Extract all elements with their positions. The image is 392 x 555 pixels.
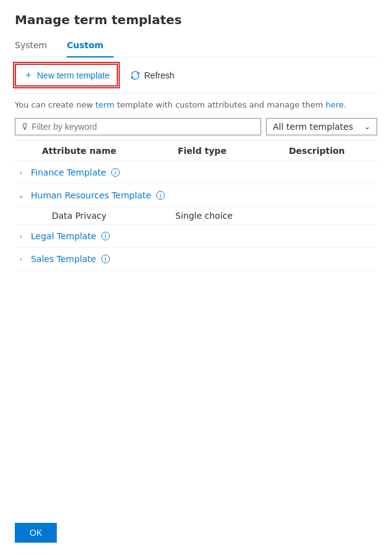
- refresh-button[interactable]: Refresh: [123, 67, 181, 84]
- column-header-description: Description: [286, 146, 377, 156]
- table-row: › Sales Template i: [15, 248, 377, 271]
- hr-template-link[interactable]: Human Resources Template: [31, 190, 151, 200]
- info-icon-finance[interactable]: i: [111, 168, 120, 177]
- chevron-down-icon: ⌄: [364, 122, 370, 131]
- sub-row-data-privacy: Data Privacy Single choice: [15, 207, 377, 225]
- row-name-cell-sales: › Sales Template i: [15, 253, 175, 265]
- finance-template-link[interactable]: Finance Template: [31, 167, 106, 177]
- plus-icon: ＋: [23, 69, 33, 82]
- toolbar: ＋ New term template Refresh: [15, 57, 377, 93]
- filter-row: ⊽ All term templates ⌄: [15, 118, 377, 135]
- sales-template-link[interactable]: Sales Template: [31, 254, 96, 264]
- table-row: › Finance Template i: [15, 161, 377, 184]
- tab-system[interactable]: System: [15, 35, 57, 57]
- row-name-cell-hr: ⌄ Human Resources Template i: [15, 189, 175, 201]
- info-text: You can create new term template with cu…: [15, 100, 377, 111]
- refresh-icon: [130, 70, 140, 80]
- column-header-field-type: Field type: [175, 146, 286, 156]
- row-name-cell-legal: › Legal Template i: [15, 230, 175, 242]
- expand-icon-hr[interactable]: ⌄: [15, 189, 27, 201]
- expand-icon-legal[interactable]: ›: [15, 230, 27, 242]
- table-row: › Legal Template i: [15, 225, 377, 248]
- sub-row-field-data-privacy: Single choice: [175, 211, 286, 221]
- column-header-attribute-name: Attribute name: [15, 146, 175, 156]
- row-name-cell-finance: › Finance Template i: [15, 166, 175, 179]
- term-link[interactable]: term: [95, 100, 114, 109]
- sub-row-name-data-privacy: Data Privacy: [15, 211, 175, 221]
- filter-input[interactable]: [31, 122, 254, 132]
- ok-button-wrap: OK: [15, 523, 57, 543]
- legal-template-link[interactable]: Legal Template: [31, 231, 96, 241]
- page-title: Manage term templates: [15, 12, 377, 27]
- all-term-templates-dropdown[interactable]: All term templates ⌄: [266, 118, 377, 135]
- new-term-template-button[interactable]: ＋ New term template: [15, 64, 118, 87]
- ok-button[interactable]: OK: [15, 523, 57, 543]
- expand-icon-finance[interactable]: ›: [15, 166, 27, 179]
- dropdown-selected-label: All term templates: [273, 122, 353, 132]
- filter-input-wrap[interactable]: ⊽: [15, 118, 261, 135]
- info-icon-legal[interactable]: i: [101, 232, 110, 240]
- tab-custom[interactable]: Custom: [67, 35, 113, 57]
- expand-icon-sales[interactable]: ›: [15, 253, 27, 265]
- filter-icon: ⊽: [22, 122, 28, 132]
- table-header: Attribute name Field type Description: [15, 140, 377, 161]
- info-icon-hr[interactable]: i: [156, 191, 165, 200]
- info-icon-sales[interactable]: i: [101, 255, 110, 263]
- here-link[interactable]: here: [326, 100, 344, 109]
- tabs-bar: System Custom: [15, 35, 377, 57]
- table-row: ⌄ Human Resources Template i: [15, 184, 377, 207]
